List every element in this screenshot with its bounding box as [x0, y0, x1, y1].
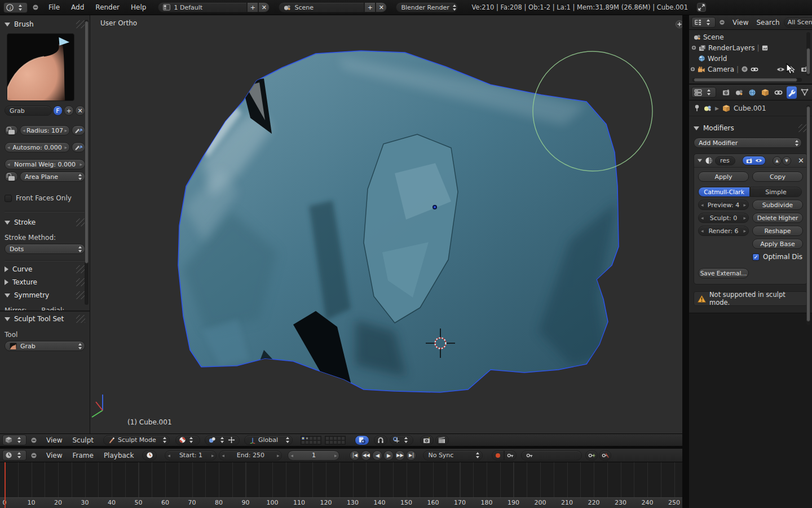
editor-type-info-button[interactable]: i [3, 2, 28, 13]
sync-dropdown[interactable]: No Sync [423, 450, 483, 461]
panel-grip[interactable] [76, 315, 85, 323]
lock-camera-toggle[interactable] [355, 435, 369, 445]
brush-preview[interactable] [7, 33, 74, 101]
play-button[interactable]: ▶ [383, 450, 394, 461]
subdivide-button[interactable]: Subdivide [752, 200, 803, 210]
insert-keyframe-button[interactable] [585, 450, 598, 461]
next-keyframe-button[interactable]: ▶▶ [395, 450, 405, 461]
outliner-hscrollbar-thumb[interactable] [694, 78, 797, 82]
curve-panel-header[interactable]: Curve [5, 265, 85, 273]
mode-dropdown[interactable]: Sculpt Mode [103, 435, 170, 445]
render-level-slider[interactable]: Render: 6 [698, 226, 749, 236]
brush-panel-header[interactable]: Brush [5, 20, 85, 28]
screen-layout-selector[interactable]: 1 Default [158, 2, 247, 12]
tab-object[interactable] [760, 86, 770, 99]
panel-grip[interactable] [76, 291, 85, 299]
outliner-hscrollbar[interactable] [692, 78, 802, 82]
tab-modifiers[interactable] [787, 86, 797, 99]
delete-keyframe-button[interactable] [599, 450, 611, 461]
menu-search[interactable]: Search [752, 19, 783, 27]
editor-type-outliner-button[interactable] [691, 17, 716, 28]
menu-add[interactable]: Add [66, 3, 89, 11]
tab-object-data[interactable] [800, 86, 810, 99]
timeline-body[interactable]: 0102030405060708090100110120130140150160… [0, 462, 682, 508]
opengl-render-anim-button[interactable] [435, 435, 449, 445]
menu-frame[interactable]: Frame [67, 452, 98, 459]
radius-slider[interactable]: Radius: 107 [20, 125, 70, 135]
radius-pressure-button[interactable] [72, 125, 85, 135]
modifiers-panel-header[interactable]: Modifiers [694, 124, 807, 132]
frame-end-field[interactable]: End: 250 [219, 450, 282, 461]
normal-weight-slider[interactable]: Normal Weig: 0.000 [5, 159, 85, 169]
jump-to-start-button[interactable]: |◀ [350, 450, 360, 461]
scene-selector[interactable]: Scene [279, 2, 364, 12]
editor-type-timeline-button[interactable] [2, 450, 27, 461]
menu-render[interactable]: Render [90, 3, 125, 11]
subdivision-type-catmull-clark[interactable]: Catmull-Clark [698, 187, 750, 197]
brush-name-field[interactable]: Grab [5, 106, 52, 116]
close-scene-button[interactable]: ✕ [376, 2, 387, 12]
visibility-eye-icon[interactable] [776, 67, 785, 72]
panel-grip[interactable] [76, 20, 85, 28]
play-reverse-button[interactable]: ◀ [372, 450, 382, 461]
save-external-button[interactable]: Save External... [698, 268, 749, 278]
autosmooth-pressure-button[interactable] [72, 142, 85, 152]
subdivision-type-simple[interactable]: Simple [750, 187, 802, 197]
outliner-scope-dropdown[interactable]: All Scenes [784, 17, 812, 28]
jump-to-end-button[interactable]: ▶| [406, 450, 416, 461]
tab-world[interactable] [747, 86, 757, 99]
opengl-render-image-button[interactable] [420, 435, 434, 445]
toolshelf-scrollbar-thumb[interactable] [85, 21, 89, 264]
timeline-ruler[interactable]: 0102030405060708090100110120130140150160… [0, 497, 682, 508]
menu-playback[interactable]: Playback [99, 452, 139, 459]
orientation-dropdown[interactable]: Global [244, 435, 293, 445]
editor-type-properties-button[interactable] [691, 87, 716, 98]
texture-panel-header[interactable]: Texture [5, 278, 85, 286]
tab-scene[interactable] [734, 86, 744, 99]
tab-constraints[interactable] [774, 86, 784, 99]
menu-view[interactable]: View [729, 19, 752, 27]
playhead[interactable] [5, 462, 6, 508]
pivot-point-dropdown[interactable] [175, 435, 200, 445]
pin-icon[interactable] [694, 104, 700, 112]
close-layout-button[interactable]: ✕ [258, 2, 270, 12]
expander-plus-icon[interactable] [690, 67, 695, 72]
stroke-panel-header[interactable]: Stroke [5, 218, 85, 226]
autokey-record-button[interactable] [492, 450, 504, 461]
optimal-display-checkbox[interactable]: ✓ [752, 253, 760, 261]
region-plus-icon[interactable] [675, 20, 682, 29]
snap-element-dropdown[interactable] [390, 435, 413, 445]
modifier-expand-icon[interactable] [698, 159, 702, 163]
add-brush-button[interactable]: + [64, 106, 74, 116]
outliner-row-world[interactable]: World [691, 53, 811, 64]
sculpt-tool-dropdown[interactable]: Grab [5, 341, 85, 351]
symmetry-panel-header[interactable]: Symmetry [5, 291, 85, 299]
layers-grid-1[interactable] [301, 436, 321, 445]
prev-keyframe-button[interactable]: ◀◀ [361, 450, 371, 461]
panel-grip[interactable] [76, 265, 85, 273]
expander-plus-icon[interactable] [691, 45, 696, 50]
collapse-menus-icon[interactable] [32, 4, 39, 11]
render-engine-dropdown[interactable]: Blender Render [396, 2, 458, 12]
sculpt-level-slider[interactable]: Sculpt: 0 [698, 213, 749, 223]
menu-view[interactable]: View [41, 436, 67, 444]
breadcrumb-object-name[interactable]: Cube.001 [734, 104, 766, 112]
menu-file[interactable]: File [43, 3, 65, 11]
preview-range-toggle[interactable] [142, 450, 157, 461]
autokey-mode-button[interactable] [504, 450, 517, 461]
reshape-button[interactable]: Reshape [752, 226, 803, 236]
properties-scrollbar[interactable] [806, 105, 810, 325]
autosmooth-slider[interactable]: Autosmo: 0.000 [5, 142, 70, 152]
modifier-visibility-toggles[interactable] [742, 156, 766, 165]
stroke-method-dropdown[interactable]: Dots [5, 244, 85, 254]
tab-render[interactable] [721, 86, 731, 99]
move-modifier-up-button[interactable]: ▲ [773, 156, 782, 165]
preview-level-slider[interactable]: Preview: 4 [698, 200, 749, 210]
outliner-row-renderlayers[interactable]: RenderLayers | [691, 42, 811, 53]
keying-set-field[interactable] [521, 450, 582, 461]
falloff-lock-button[interactable] [5, 172, 18, 182]
panel-grip[interactable] [76, 278, 85, 286]
delete-modifier-button[interactable]: ✕ [798, 156, 804, 165]
modifier-name-field[interactable]: res [715, 156, 735, 165]
delete-higher-button[interactable]: Delete Higher [752, 213, 803, 223]
